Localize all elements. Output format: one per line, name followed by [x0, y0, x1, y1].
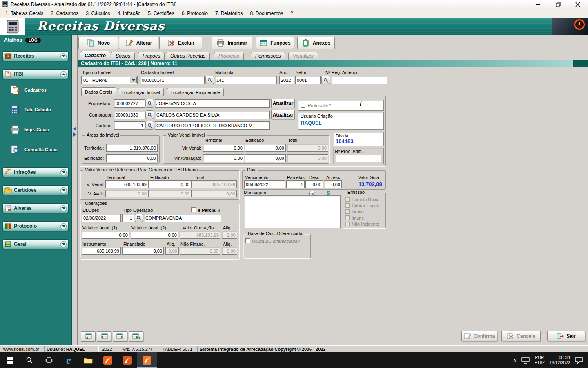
imune-checkbox[interactable] — [345, 215, 350, 220]
vlr-venal-territorial-input[interactable] — [203, 144, 244, 152]
desc-input[interactable] — [305, 180, 323, 188]
alterar-button[interactable]: Alterar — [119, 37, 158, 49]
chevron-down-icon[interactable] — [60, 53, 67, 59]
inner-tab-dados-gerais[interactable]: Dados Gerais — [81, 87, 116, 96]
setor-search-button[interactable] — [321, 76, 330, 84]
instrumento-input[interactable] — [82, 247, 121, 255]
anexos-button[interactable]: Anexos — [297, 37, 335, 49]
proc-adm-input[interactable] — [335, 155, 381, 162]
vlr-venal-edificado-input[interactable] — [245, 144, 286, 152]
setor-input[interactable] — [295, 76, 321, 84]
language-indicator[interactable]: POR PTB2 — [535, 355, 545, 365]
maximize-button[interactable] — [549, 0, 568, 9]
sidebar-item-itbi[interactable]: ITBI — [2, 69, 69, 79]
app-icon-3-active[interactable] — [137, 352, 157, 368]
sidebar-subitem-consulta-guias[interactable]: Consulta Guias — [6, 141, 67, 159]
areas-territorial-input[interactable] — [106, 144, 158, 152]
start-button[interactable] — [0, 352, 20, 368]
chevron-down-icon[interactable] — [60, 223, 67, 229]
vr-merc2-input[interactable] — [131, 231, 178, 239]
areas-edificado-input[interactable] — [106, 154, 158, 162]
notification-icon[interactable] — [575, 357, 583, 364]
app-icon-1[interactable] — [98, 352, 118, 368]
novo-button[interactable]: Novo — [78, 37, 118, 49]
tab-protocolo[interactable]: Protocolo — [214, 52, 244, 60]
confirma-button[interactable]: Confirma — [461, 331, 497, 341]
v-venal-territorial-input[interactable] — [105, 180, 148, 188]
menu-tabelas-gerais[interactable]: 1. Tabelas Gerais — [2, 9, 47, 18]
nao-incidente-checkbox[interactable] — [345, 222, 350, 226]
acresc-input[interactable] — [324, 180, 342, 188]
mensagem-textarea[interactable] — [244, 195, 341, 228]
cadastro-imovel-input[interactable] — [140, 76, 205, 84]
tipo-operacao-code-input[interactable] — [122, 214, 134, 222]
excluir-button[interactable]: Excluir — [159, 37, 202, 49]
cancela-button[interactable]: Cancela — [501, 331, 541, 341]
tab-fracoes[interactable]: Frações — [138, 52, 165, 60]
menu-relatorios[interactable]: 7. Relatórios — [212, 9, 246, 18]
chevron-down-icon[interactable] — [60, 241, 67, 247]
vlr-avaliacao-edificado-input[interactable] — [245, 154, 286, 162]
taskbar-search-button[interactable] — [20, 352, 39, 368]
sidebar-item-certidoes[interactable]: Certidões — [2, 185, 69, 195]
cartorio-name-input[interactable] — [155, 121, 270, 130]
clock[interactable]: 08:34 13/12/2022 — [550, 355, 570, 366]
dt-oper-input[interactable] — [82, 214, 121, 222]
chevron-down-icon[interactable] — [60, 169, 67, 175]
cobrar-exped-checkbox[interactable] — [345, 203, 350, 208]
file-explorer-button[interactable] — [78, 352, 98, 368]
cadastro-imovel-search-button[interactable] — [205, 76, 214, 84]
menu-protocolo[interactable]: 6. Protocolo — [178, 9, 212, 18]
inner-tab-localizacao-propriedade[interactable]: Localização Propriedade — [167, 88, 224, 96]
proprietario-name-input[interactable] — [155, 99, 270, 108]
dollar-icon[interactable]: $ — [327, 190, 330, 196]
proprietario-atualizar-button[interactable]: Atualizar — [271, 99, 295, 108]
tab-outras-receitas[interactable]: Outras Receitas — [166, 52, 210, 60]
app-icon-2[interactable] — [118, 352, 137, 368]
tab-permissoes[interactable]: Permissões — [251, 52, 285, 60]
ano-input[interactable] — [279, 76, 294, 84]
parcela-unica-checkbox[interactable] — [345, 197, 350, 202]
tab-socios[interactable]: Sócios — [111, 52, 135, 60]
sidebar-subitem-impr-guias[interactable]: Impr. Guias — [6, 121, 67, 139]
matricula-input[interactable] — [215, 76, 277, 84]
tab-visualizar[interactable]: Visualizar — [288, 52, 318, 60]
sidebar-item-protocolo[interactable]: Protocolo — [2, 221, 69, 231]
sidebar-subitem-cadastros[interactable]: Cadastros — [6, 81, 67, 99]
first-record-button[interactable] — [81, 331, 96, 342]
vencimento-input[interactable] — [244, 180, 285, 188]
display-icon[interactable] — [521, 357, 530, 364]
e-parcial-checkbox[interactable] — [191, 207, 196, 212]
edge-browser-button[interactable]: e — [59, 352, 78, 368]
proprietario-search-button[interactable] — [145, 99, 154, 108]
dropdown-arrow-icon[interactable] — [130, 77, 137, 83]
inner-tab-localizacao-imovel[interactable]: Localização Imóvel — [118, 88, 164, 96]
v-venal-edificado-input[interactable] — [148, 180, 191, 188]
menu-help[interactable]: ? — [287, 9, 297, 18]
tab-cadastro[interactable]: Cadastro — [80, 51, 110, 60]
financiado-input[interactable] — [122, 247, 164, 255]
vlr-avaliacao-territorial-input[interactable] — [203, 154, 244, 162]
tipo-operacao-search-button[interactable] — [135, 214, 143, 222]
cartorio-search-button[interactable] — [145, 121, 154, 130]
isento-checkbox[interactable] — [345, 209, 350, 214]
parcelas-input[interactable] — [286, 180, 305, 188]
comprador-search-button[interactable] — [145, 110, 154, 119]
sidebar-splitter[interactable] — [72, 35, 78, 352]
prev-record-button[interactable] — [97, 331, 111, 342]
menu-cadastros[interactable]: 2. Cadastros — [47, 9, 82, 18]
comprador-code-input[interactable] — [114, 111, 145, 119]
proprietario-code-input[interactable] — [114, 99, 145, 108]
log-badge[interactable]: LOG — [25, 38, 41, 43]
tipo-imovel-select[interactable]: 01 - RURAL — [81, 76, 138, 84]
cartorio-code-input[interactable] — [114, 121, 145, 130]
chevron-down-icon[interactable] — [60, 205, 67, 211]
close-button[interactable] — [568, 0, 587, 9]
protocolar-checkbox[interactable] — [301, 103, 305, 108]
tipo-operacao-name-input[interactable] — [144, 214, 221, 222]
bc-diferenciada-checkbox[interactable] — [245, 238, 250, 243]
funcoes-button[interactable]: Funções — [256, 37, 294, 49]
imprimir-button[interactable]: Imprimir — [212, 37, 252, 49]
tray-chevron-icon[interactable]: ∧ — [513, 358, 517, 363]
menu-calculos[interactable]: 3. Cálculos — [82, 9, 114, 18]
